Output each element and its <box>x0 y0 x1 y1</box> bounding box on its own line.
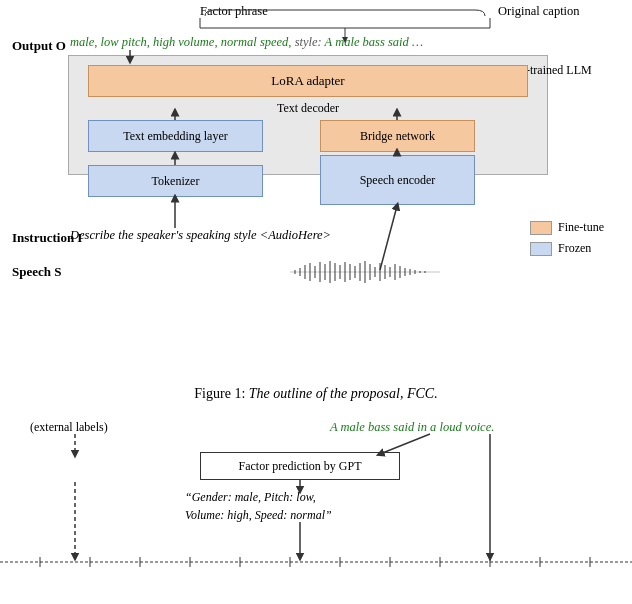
speech-label: Speech S <box>12 264 61 280</box>
lora-label: LoRA adapter <box>271 73 344 89</box>
instruction-text: Describe the speaker's speaking style <A… <box>70 228 331 243</box>
gpt-box-label: Factor prediction by GPT <box>239 459 362 474</box>
speech-encoder-box: Speech encoder <box>320 155 475 205</box>
main-diagram: Factor phrase Original caption Output O … <box>0 0 632 380</box>
speech-encoder-label: Speech encoder <box>360 173 436 188</box>
lora-adapter-box: LoRA adapter <box>88 65 528 97</box>
output-caption: A male bass said … <box>325 35 423 49</box>
speech-waveform <box>290 258 440 286</box>
tokenizer-label: Tokenizer <box>152 174 200 189</box>
svg-line-39 <box>380 434 430 454</box>
legend-finetune: Fine-tune <box>530 220 604 235</box>
bottom-ticks <box>0 552 632 572</box>
bottom-diagram: (external labels) A male bass said in a … <box>0 412 632 572</box>
figure-caption: Figure 1: The outline of the proposal, F… <box>0 380 632 412</box>
figure-caption-text: Figure 1: The outline of the proposal, F… <box>194 386 437 401</box>
output-text: male, low pitch, high volume, normal spe… <box>70 35 423 50</box>
frozen-color-swatch <box>530 242 552 256</box>
output-label: Output O <box>12 38 66 54</box>
text-embedding-box: Text embedding layer <box>88 120 263 152</box>
finetune-color-swatch <box>530 221 552 235</box>
legend: Fine-tune Frozen <box>530 220 604 262</box>
gpt-prediction-box: Factor prediction by GPT <box>200 452 400 480</box>
output-style: style: <box>295 35 322 49</box>
tokenizer-box: Tokenizer <box>88 165 263 197</box>
original-caption-label: Original caption <box>498 4 580 19</box>
male-bass-caption: A male bass said in a loud voice. <box>330 420 494 435</box>
bridge-network-box: Bridge network <box>320 120 475 152</box>
text-embedding-label: Text embedding layer <box>123 129 227 144</box>
gender-prediction-text: “Gender: male, Pitch: low, Volume: high,… <box>185 488 332 524</box>
legend-frozen: Frozen <box>530 241 604 256</box>
external-labels-text: (external labels) <box>30 420 108 435</box>
factor-phrase-label: Factor phrase <box>200 4 268 19</box>
frozen-label: Frozen <box>558 241 591 256</box>
output-green: male, low pitch, high volume, normal spe… <box>70 35 292 49</box>
finetune-label: Fine-tune <box>558 220 604 235</box>
text-decoder-label: Text decoder <box>88 101 528 116</box>
bridge-label: Bridge network <box>360 129 435 144</box>
